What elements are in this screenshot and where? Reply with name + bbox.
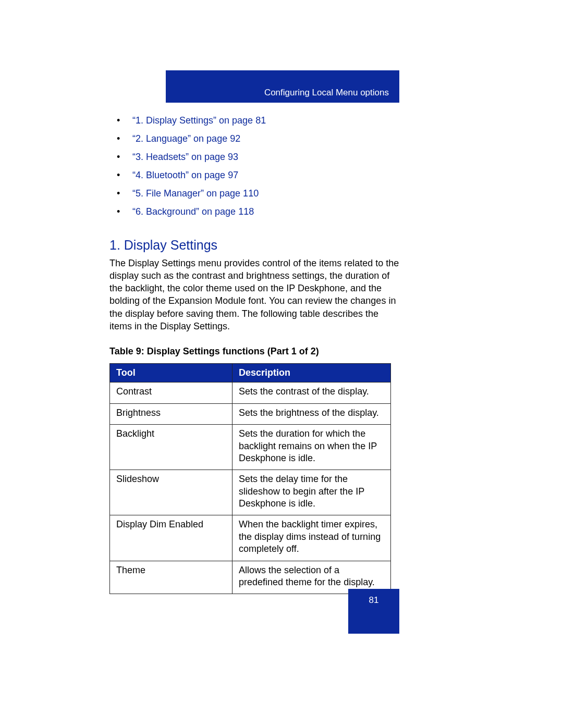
table-row: Display Dim Enabled When the backlight t… (110, 515, 391, 561)
table-row: Contrast Sets the contrast of the displa… (110, 382, 391, 403)
table-cell-tool: Brightness (110, 403, 232, 424)
table-row: Brightness Sets the brightness of the di… (110, 403, 391, 424)
page-container: Configuring Local Menu options “1. Displ… (0, 0, 563, 728)
toc-link-background[interactable]: “6. Background” on page 118 (132, 206, 254, 217)
table-cell-tool: Contrast (110, 382, 232, 403)
toc-link-bluetooth[interactable]: “4. Bluetooth” on page 97 (132, 170, 238, 180)
header-bar: Configuring Local Menu options (166, 70, 399, 103)
toc-item: “5. File Manager” on page 110 (109, 187, 399, 200)
section-body: The Display Settings menu provides contr… (109, 257, 399, 333)
toc-item: “3. Headsets” on page 93 (109, 150, 399, 164)
table-cell-tool: Slideshow (110, 470, 232, 515)
settings-table: Tool Description Contrast Sets the contr… (109, 363, 391, 594)
toc-item: “6. Background” on page 118 (109, 205, 399, 218)
breadcrumb: Configuring Local Menu options (264, 88, 389, 97)
toc-link-file-manager[interactable]: “5. File Manager” on page 110 (132, 188, 259, 199)
toc-item: “4. Bluetooth” on page 97 (109, 168, 399, 182)
table-header-row: Tool Description (110, 364, 391, 382)
toc-item: “1. Display Settings” on page 81 (109, 114, 399, 127)
toc-link-language[interactable]: “2. Language” on page 92 (132, 133, 240, 144)
table-cell-tool: Theme (110, 561, 232, 594)
table-row: Backlight Sets the duration for which th… (110, 425, 391, 470)
section-heading: 1. Display Settings (109, 238, 399, 253)
table-header-description: Description (232, 364, 391, 382)
toc-link-display-settings[interactable]: “1. Display Settings” on page 81 (132, 115, 266, 126)
table-cell-description: Sets the brightness of the display. (232, 403, 391, 424)
page-number-box: 81 (348, 589, 399, 634)
table-cell-tool: Backlight (110, 425, 232, 470)
table-title: Table 9: Display Settings functions (Par… (109, 346, 399, 357)
toc-link-headsets[interactable]: “3. Headsets” on page 93 (132, 152, 238, 162)
table-cell-tool: Display Dim Enabled (110, 515, 232, 561)
toc-list: “1. Display Settings” on page 81 “2. Lan… (109, 114, 399, 219)
table-header-tool: Tool (110, 364, 232, 382)
content-area: “1. Display Settings” on page 81 “2. Lan… (109, 114, 399, 594)
page-number: 81 (369, 595, 379, 605)
toc-item: “2. Language” on page 92 (109, 132, 399, 145)
table-row: Slideshow Sets the delay time for the sl… (110, 470, 391, 515)
table-cell-description: Sets the contrast of the display. (232, 382, 391, 403)
table-cell-description: When the backlight timer expires, the di… (232, 515, 391, 561)
table-cell-description: Sets the delay time for the slideshow to… (232, 470, 391, 515)
table-cell-description: Sets the duration for which the backligh… (232, 425, 391, 470)
